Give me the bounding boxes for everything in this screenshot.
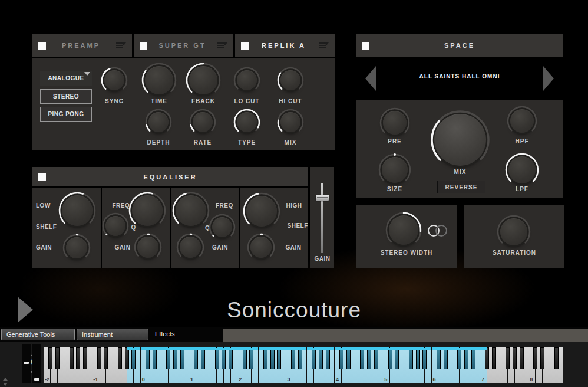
mod-wheel[interactable]	[32, 344, 41, 383]
space-lpf-knob[interactable]	[503, 151, 541, 189]
tab-super-gt[interactable]: SUPER GT	[134, 34, 233, 57]
space-size-knob[interactable]	[376, 152, 413, 188]
replika-mix-knob[interactable]	[275, 107, 306, 137]
eq-band2-gain-knob[interactable]	[132, 231, 164, 263]
black-key[interactable]	[243, 347, 247, 369]
super-gt-enable-checkbox[interactable]	[140, 42, 147, 50]
black-key[interactable]	[118, 347, 122, 369]
black-key[interactable]	[409, 347, 413, 369]
stereo-width-knob[interactable]	[384, 210, 424, 250]
tab-generative-tools[interactable]: Generative Tools	[1, 329, 75, 340]
eq-low-gain-knob[interactable]	[61, 232, 93, 264]
black-key[interactable]	[533, 347, 537, 369]
black-key[interactable]	[513, 347, 517, 369]
replika-locut-knob[interactable]	[232, 65, 262, 96]
eq-band2-freq-knob[interactable]	[127, 190, 168, 231]
black-key[interactable]	[339, 347, 343, 369]
replika-type-knob[interactable]	[232, 107, 262, 137]
space-pre-knob[interactable]	[378, 106, 412, 140]
black-key[interactable]	[222, 347, 226, 369]
black-key[interactable]	[201, 347, 205, 369]
black-key[interactable]	[180, 347, 184, 369]
black-key[interactable]	[360, 347, 364, 369]
pitch-wheel[interactable]	[22, 344, 31, 383]
black-key[interactable]	[437, 347, 441, 369]
equaliser-enable-checkbox[interactable]	[38, 173, 46, 181]
black-key[interactable]	[55, 347, 60, 369]
black-key[interactable]	[249, 347, 253, 369]
black-key[interactable]	[153, 347, 157, 369]
black-key[interactable]	[166, 347, 170, 369]
eq-high-gain-knob[interactable]	[245, 231, 277, 263]
black-key[interactable]	[263, 347, 267, 369]
black-key[interactable]	[471, 347, 475, 369]
black-key[interactable]	[540, 347, 544, 369]
black-key[interactable]	[346, 347, 351, 369]
tab-effects[interactable]: Effects	[155, 330, 174, 337]
black-key[interactable]	[173, 347, 177, 369]
black-key[interactable]	[554, 347, 559, 369]
eq-band3-gain-knob[interactable]	[174, 231, 206, 263]
black-key[interactable]	[131, 347, 136, 369]
black-key[interactable]	[104, 347, 108, 369]
black-key[interactable]	[215, 347, 219, 369]
replika-rate-knob[interactable]	[187, 107, 218, 137]
tab-preamp[interactable]: PREAMP	[32, 34, 132, 57]
eq-low-shelf-knob[interactable]	[57, 190, 98, 231]
space-mix-knob[interactable]	[429, 109, 491, 171]
replika-sync-knob[interactable]	[99, 65, 130, 96]
black-key[interactable]	[374, 347, 378, 369]
black-key[interactable]	[83, 347, 87, 369]
black-key[interactable]	[395, 347, 399, 369]
black-key[interactable]	[319, 347, 323, 369]
replika-fback-knob[interactable]	[184, 61, 223, 100]
eq-band3-freq-knob[interactable]	[170, 190, 212, 231]
black-key[interactable]	[422, 347, 427, 369]
black-key[interactable]	[270, 347, 275, 369]
black-key[interactable]	[97, 347, 101, 369]
black-key[interactable]	[70, 347, 74, 369]
black-key[interactable]	[326, 347, 330, 369]
black-key[interactable]	[229, 347, 233, 369]
super-gt-menu-icon[interactable]	[217, 42, 227, 49]
black-key[interactable]	[457, 347, 461, 369]
black-key[interactable]	[146, 347, 150, 369]
black-key[interactable]	[277, 347, 281, 369]
black-key[interactable]	[492, 347, 496, 369]
eq-gain-slider-track[interactable]	[321, 183, 323, 253]
eq-gain-slider-handle[interactable]	[316, 195, 329, 201]
replika-mode-select[interactable]: ANALOGUE	[40, 71, 92, 86]
space-reverse-button[interactable]: REVERSE	[437, 181, 485, 194]
black-key[interactable]	[388, 347, 392, 369]
black-key[interactable]	[291, 347, 295, 369]
black-key[interactable]	[416, 347, 420, 369]
black-key[interactable]	[506, 347, 510, 369]
black-key[interactable]	[312, 347, 316, 369]
black-key[interactable]	[485, 347, 489, 369]
tab-replika[interactable]: REPLIK A	[235, 34, 335, 57]
eq-band3-q-knob[interactable]	[207, 212, 237, 242]
black-key[interactable]	[194, 347, 198, 369]
replika-hicut-knob[interactable]	[275, 65, 306, 96]
keyboard-scroll-up-icon[interactable]	[3, 378, 8, 381]
saturation-knob[interactable]	[495, 213, 533, 251]
black-key[interactable]	[520, 347, 524, 369]
tab-instrument[interactable]: Instrument	[77, 329, 148, 340]
preset-next-icon[interactable]	[543, 66, 554, 91]
keyboard[interactable]: -2-1012345678	[44, 347, 563, 383]
space-enable-checkbox[interactable]	[362, 42, 369, 50]
preamp-enable-checkbox[interactable]	[38, 42, 46, 50]
eq-high-shelf-knob[interactable]	[241, 191, 282, 232]
black-key[interactable]	[464, 347, 468, 369]
black-key[interactable]	[48, 347, 52, 369]
black-key[interactable]	[298, 347, 302, 369]
eq-band2-q-knob[interactable]	[100, 211, 131, 241]
black-key[interactable]	[367, 347, 371, 369]
black-key[interactable]	[76, 347, 80, 369]
replika-depth-knob[interactable]	[143, 107, 174, 137]
replika-stereo-button[interactable]: STEREO	[40, 89, 92, 104]
black-key[interactable]	[125, 347, 129, 369]
preamp-menu-icon[interactable]	[116, 42, 126, 49]
black-key[interactable]	[444, 347, 448, 369]
replika-time-knob[interactable]	[140, 61, 179, 100]
